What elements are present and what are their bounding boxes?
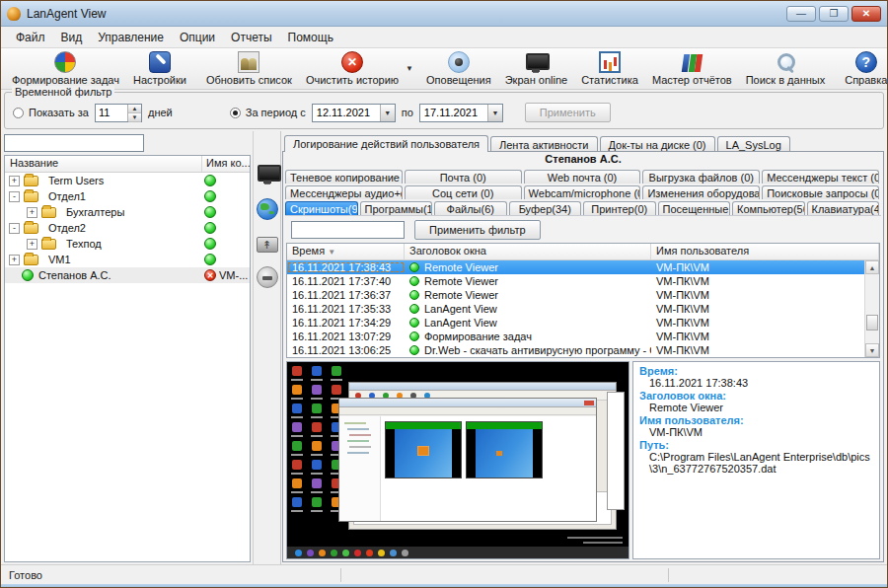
- tab-user-actions[interactable]: Логирование действий пользователя: [284, 135, 488, 152]
- report-wizard-button[interactable]: Мастер отчётов: [645, 49, 739, 88]
- alerts-button[interactable]: Оповещения: [419, 49, 498, 88]
- scroll-up-icon[interactable]: ▲: [865, 260, 879, 274]
- titlebar: LanAgent View — ❐ ✕: [1, 1, 887, 27]
- tab-shadow-copy[interactable]: Теневое копирование (0): [285, 170, 403, 184]
- table-row[interactable]: 16.11.2021 17:38:43 Remote Viewer VM-ПК\…: [287, 260, 864, 274]
- menu-options[interactable]: Опции: [173, 29, 222, 46]
- tree-header: Название Имя ко...: [5, 156, 250, 173]
- tab-computer[interactable]: Компьютер(56): [732, 201, 805, 215]
- tab-search-queries[interactable]: Поисковые запросы (0): [762, 185, 879, 199]
- tab-keyboard[interactable]: Клавиатура(47): [807, 201, 880, 215]
- detail-time-label: Время:: [639, 365, 873, 377]
- scroll-down-icon[interactable]: ▼: [865, 343, 879, 357]
- tree-item-vm1[interactable]: + VM1: [5, 252, 250, 267]
- clear-history-button[interactable]: Очистить историю: [299, 49, 406, 88]
- detail-user-value: VM-ПК\VM: [639, 426, 873, 438]
- menu-view[interactable]: Вид: [54, 29, 90, 46]
- screenshot-preview[interactable]: [286, 361, 629, 559]
- col-user[interactable]: Имя пользователя: [651, 244, 879, 259]
- time-filter-group: Временной фильтр Показать за ▲▼ дней За …: [4, 92, 884, 129]
- tab-printer[interactable]: Принтер(0): [583, 201, 656, 215]
- chevron-down-icon[interactable]: ▼: [380, 105, 395, 121]
- menu-help[interactable]: Помощь: [281, 29, 340, 46]
- tree-search-input[interactable]: [4, 134, 144, 152]
- tab-visited-sites[interactable]: Посещенные сайты(3): [658, 201, 731, 215]
- tree-col-name[interactable]: Название: [5, 156, 202, 172]
- menu-manage[interactable]: Управление: [91, 29, 171, 46]
- tree-col-computer[interactable]: Имя ко...: [202, 156, 250, 172]
- tab-social[interactable]: Соц сети (0): [405, 185, 522, 199]
- scrollbar-thumb[interactable]: [866, 315, 878, 331]
- tree-item-otdel1[interactable]: - Отдел1: [5, 188, 250, 204]
- expander-icon[interactable]: +: [27, 207, 37, 218]
- search-data-button[interactable]: Поиск в данных: [739, 49, 833, 88]
- table-row[interactable]: 16.11.2021 17:36:37 Remote Viewer VM-ПК\…: [287, 288, 864, 302]
- tab-activity-feed[interactable]: Лента активности: [490, 136, 597, 152]
- tree-item-buhgaltery[interactable]: + Бухгалтеры: [5, 204, 250, 220]
- date-from-dropdown[interactable]: 12.11.2021 ▼: [312, 104, 396, 122]
- tab-docs-on-disk[interactable]: Док-ты на диске (0): [600, 136, 715, 152]
- screens-view-icon[interactable]: [257, 163, 278, 184]
- tab-webcam[interactable]: Webcam/microphone (0): [524, 185, 641, 199]
- log-filter-input[interactable]: [291, 221, 405, 239]
- tab-files[interactable]: Файлы(6): [434, 201, 507, 215]
- usb-devices-icon[interactable]: [257, 237, 278, 253]
- table-row[interactable]: 16.11.2021 17:37:40 Remote Viewer VM-ПК\…: [287, 274, 864, 288]
- menu-reports[interactable]: Отчеты: [224, 29, 278, 46]
- status-online-icon: [204, 190, 216, 202]
- tab-messengers-audio[interactable]: Мессенджеры аудио+файлы (0): [285, 185, 403, 199]
- subtab-row-3: Скриншоты(95) Программы(137) Файлы(6) Бу…: [285, 199, 881, 215]
- tab-mail[interactable]: Почта (0): [405, 170, 522, 184]
- table-row[interactable]: 16.11.2021 13:07:29 Формирование задач V…: [287, 330, 864, 343]
- table-scrollbar[interactable]: ▲ ▼: [864, 260, 879, 357]
- days-up-button[interactable]: ▲: [128, 105, 141, 113]
- help-button[interactable]: Справка: [838, 49, 888, 88]
- days-input[interactable]: [96, 105, 127, 121]
- tasks-button[interactable]: Формирование задач: [5, 49, 126, 88]
- days-down-button[interactable]: ▼: [128, 113, 141, 122]
- expander-icon[interactable]: +: [9, 176, 20, 186]
- apply-period-button[interactable]: Применить: [525, 103, 611, 122]
- tab-clipboard[interactable]: Буфер(34): [509, 201, 582, 215]
- tree-item-otdel2[interactable]: - Отдел2: [5, 220, 250, 236]
- tab-hardware-changes[interactable]: Изменения оборудования (0): [642, 185, 760, 199]
- table-row[interactable]: 16.11.2021 17:35:33 LanAgent View VM-ПК\…: [287, 302, 864, 316]
- clear-history-dropdown[interactable]: ▼: [406, 49, 413, 88]
- maximize-button[interactable]: ❐: [819, 6, 849, 22]
- col-window-title[interactable]: Заголовок окна: [405, 244, 651, 259]
- tab-webmail[interactable]: Web почта (0): [524, 170, 641, 184]
- tree-item-tehpod[interactable]: + Техпод: [5, 236, 250, 252]
- subtab-row-1: Теневое копирование (0) Почта (0) Web по…: [285, 168, 881, 184]
- menu-file[interactable]: Файл: [9, 29, 52, 46]
- drive-icon[interactable]: [257, 266, 278, 288]
- tree-item-term-users[interactable]: + Term Users: [5, 173, 250, 188]
- chevron-down-icon[interactable]: ▼: [487, 105, 502, 121]
- close-button[interactable]: ✕: [851, 6, 881, 22]
- apply-filter-button[interactable]: Применить фильтр: [414, 220, 541, 240]
- table-row[interactable]: 16.11.2021 13:06:25 Dr.Web - скачать ант…: [287, 343, 864, 357]
- detail-window-value: Remote Viewer: [639, 402, 873, 413]
- tab-programs[interactable]: Программы(137): [360, 201, 433, 215]
- tree-item-stepanov[interactable]: Степанов А.С. VM-...: [5, 267, 250, 283]
- refresh-list-button[interactable]: Обновить список: [199, 49, 299, 88]
- table-row[interactable]: 16.11.2021 17:34:29 LanAgent View VM-ПК\…: [287, 316, 864, 330]
- period-radio[interactable]: [230, 108, 241, 118]
- date-to-dropdown[interactable]: 17.11.2021 ▼: [419, 104, 503, 122]
- minimize-button[interactable]: —: [786, 6, 816, 22]
- tab-messengers-text[interactable]: Мессенджеры текст (0): [762, 170, 879, 184]
- settings-button[interactable]: Настройки: [126, 49, 193, 88]
- expander-icon[interactable]: -: [9, 223, 20, 234]
- col-time[interactable]: Время ▼: [287, 244, 405, 259]
- tab-screenshots[interactable]: Скриншоты(95): [285, 201, 358, 215]
- status-online-icon: [409, 345, 419, 355]
- internet-view-icon[interactable]: [257, 198, 278, 220]
- tab-file-upload[interactable]: Выгрузка файлов (0): [642, 170, 760, 184]
- users-icon: [238, 51, 259, 73]
- show-days-radio[interactable]: [13, 108, 24, 118]
- expander-icon[interactable]: -: [9, 191, 20, 202]
- expander-icon[interactable]: +: [9, 255, 20, 265]
- screen-online-button[interactable]: Экран online: [498, 49, 574, 88]
- tab-syslog[interactable]: LA_SysLog: [717, 136, 790, 152]
- expander-icon[interactable]: +: [27, 239, 37, 250]
- statistics-button[interactable]: Статистика: [574, 49, 645, 88]
